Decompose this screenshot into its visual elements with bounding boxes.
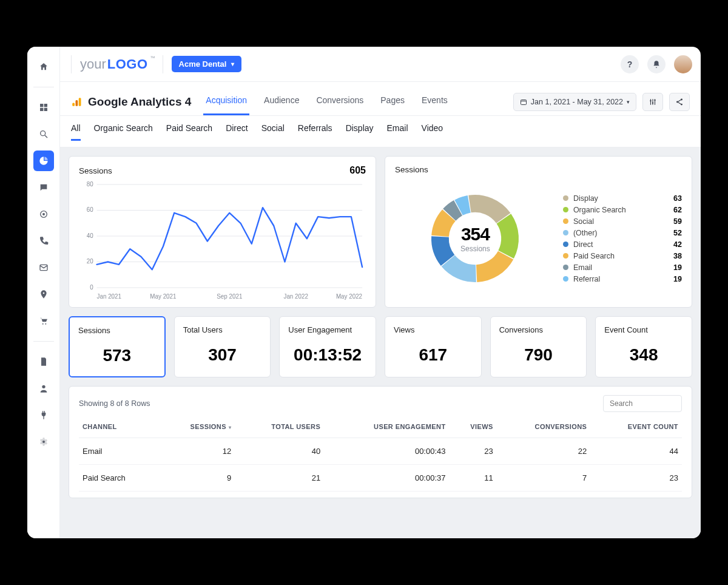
legend-item[interactable]: Organic Search62 [563, 206, 682, 214]
svg-point-5 [42, 323, 43, 325]
svg-rect-10 [76, 100, 78, 106]
user-avatar[interactable] [674, 55, 692, 73]
metric-tile[interactable]: Sessions573 [69, 316, 166, 377]
svg-text:May 2022: May 2022 [336, 293, 363, 300]
table-search-input[interactable] [603, 395, 682, 412]
svg-text:Jan 2021: Jan 2021 [97, 293, 122, 300]
help-button[interactable]: ? [621, 55, 639, 73]
nav-chat[interactable] [33, 177, 54, 198]
nav-settings[interactable] [33, 431, 54, 452]
table-header[interactable]: USER ENGAGEMENT [324, 418, 449, 438]
account-name: Acme Dental [179, 59, 227, 69]
metric-value: 790 [499, 345, 578, 365]
table-header[interactable]: CHANNEL [79, 418, 158, 438]
legend-name: Display [573, 194, 658, 203]
nav-plug[interactable] [33, 405, 54, 425]
sessions-trend-total: 605 [349, 165, 366, 176]
metric-label: Sessions [78, 326, 156, 335]
legend-name: Social [573, 217, 658, 226]
table-cell: 23 [590, 465, 682, 492]
left-rail [27, 47, 60, 538]
tab-acquisition[interactable]: Acquisition [203, 88, 249, 115]
metric-tile[interactable]: Total Users307 [174, 316, 271, 377]
channel-tab-email[interactable]: Email [387, 123, 408, 141]
account-selector[interactable]: Acme Dental ▾ [172, 56, 242, 72]
channel-tab-display[interactable]: Display [346, 123, 374, 141]
table-header[interactable]: CONVERSIONS [497, 418, 591, 438]
nav-cart[interactable] [33, 311, 54, 331]
nav-location[interactable] [33, 284, 54, 305]
channel-tab-video[interactable]: Video [422, 123, 443, 141]
legend-color-dot [563, 207, 568, 212]
nav-mail[interactable] [33, 257, 54, 278]
legend-item[interactable]: (Other)52 [563, 229, 682, 237]
table-cell: 22 [497, 438, 591, 465]
table-header[interactable]: TOTAL USERS [235, 418, 324, 438]
tab-audience[interactable]: Audience [261, 88, 302, 115]
table-header[interactable]: VIEWS [450, 418, 497, 438]
legend-item[interactable]: Paid Search38 [563, 252, 682, 260]
svg-text:60: 60 [87, 206, 93, 213]
nav-phone[interactable] [33, 231, 54, 251]
nav-analytics[interactable] [33, 150, 54, 171]
tab-conversions[interactable]: Conversions [314, 88, 366, 115]
legend-color-dot [563, 265, 568, 270]
metric-tile[interactable]: Views617 [385, 316, 482, 377]
svg-text:0: 0 [90, 284, 93, 291]
nav-target[interactable] [33, 204, 54, 225]
nav-grid[interactable] [33, 97, 54, 118]
table-row[interactable]: Paid Search92100:00:3711723 [79, 465, 682, 492]
table-cell: 9 [158, 465, 235, 492]
table-cell: 00:00:43 [324, 438, 449, 465]
table-header[interactable]: EVENT COUNT [590, 418, 682, 438]
legend-item[interactable]: Social59 [563, 217, 682, 226]
channel-tab-social[interactable]: Social [261, 123, 285, 141]
legend-item[interactable]: Display63 [563, 194, 682, 203]
settings-button[interactable] [642, 93, 663, 111]
nav-document[interactable] [33, 351, 54, 372]
file-icon [39, 357, 49, 367]
divider [71, 55, 72, 73]
table-showing-text: Showing 8 of 8 Rows [79, 399, 150, 408]
channel-tab-paid[interactable]: Paid Search [166, 123, 212, 141]
metric-value: 00:13:52 [288, 345, 367, 365]
metric-tile[interactable]: User Engagement00:13:52 [279, 316, 376, 377]
legend-name: Direct [573, 240, 658, 249]
metric-tile[interactable]: Conversions790 [490, 316, 587, 377]
nav-home[interactable] [33, 56, 54, 77]
svg-line-24 [678, 102, 681, 104]
top-bar: your LOGO ™ Acme Dental ▾ ? [60, 47, 701, 82]
channel-tab-all[interactable]: All [71, 123, 81, 141]
metric-tile[interactable]: Event Count348 [595, 316, 692, 377]
notifications-button[interactable] [647, 55, 666, 73]
table-cell: 7 [497, 465, 591, 492]
legend-item[interactable]: Email19 [563, 263, 682, 272]
date-range-picker[interactable]: Jan 1, 2021 - May 31, 2022 ▾ [513, 93, 636, 111]
table-row[interactable]: Email124000:00:43232244 [79, 438, 682, 465]
bell-icon [652, 60, 661, 69]
tab-events[interactable]: Events [419, 88, 450, 115]
legend-color-dot [563, 195, 568, 201]
plug-icon [39, 410, 49, 420]
svg-text:Sep 2021: Sep 2021 [217, 293, 243, 300]
legend-item[interactable]: Referral19 [563, 275, 682, 283]
brand-part2: LOGO [107, 56, 148, 72]
sessions-donut-chart: 354 Sessions [395, 184, 556, 293]
channel-tab-direct[interactable]: Direct [226, 123, 248, 141]
page-title: Google Analytics 4 [88, 95, 191, 109]
legend-value: 59 [662, 217, 682, 226]
sessions-trend-title: Sessions [79, 166, 112, 175]
table-header[interactable]: SESSIONS▾ [158, 418, 235, 438]
sessions-trend-card: Sessions 605 020406080Jan 2021May 2021Se… [69, 156, 376, 308]
donut-legend: Display63Organic Search62Social59(Other)… [563, 194, 682, 283]
channel-tab-organic[interactable]: Organic Search [94, 123, 153, 141]
nav-user[interactable] [33, 378, 54, 399]
channel-tab-referrals[interactable]: Referrals [298, 123, 332, 141]
user-icon [39, 384, 49, 393]
share-button[interactable] [669, 93, 690, 111]
legend-item[interactable]: Direct42 [563, 240, 682, 249]
tab-pages[interactable]: Pages [378, 88, 407, 115]
nav-search[interactable] [33, 124, 54, 144]
metric-value: 573 [78, 346, 156, 365]
page-header: Google Analytics 4 AcquisitionAudienceCo… [60, 82, 701, 116]
